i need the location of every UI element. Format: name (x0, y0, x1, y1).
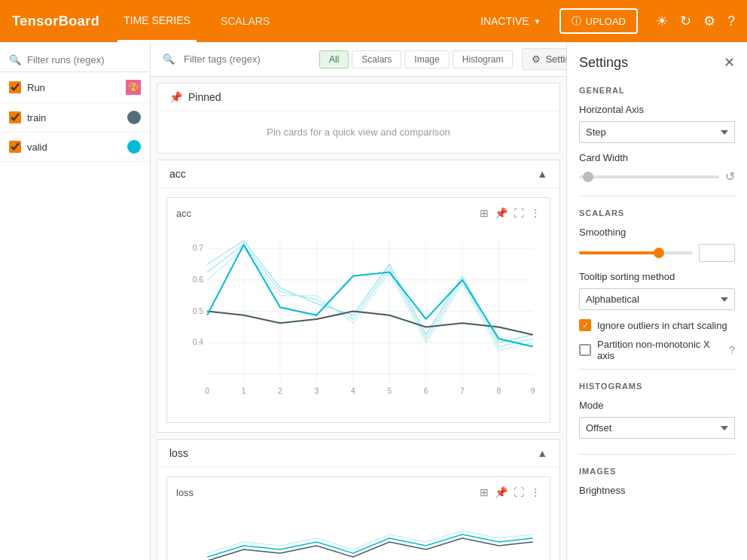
svg-text:2: 2 (278, 387, 282, 395)
svg-text:0.7: 0.7 (193, 244, 204, 252)
smoothing-value-input[interactable]: 0,6 (699, 244, 735, 262)
main-layout: 🔍 Run 🎨 train valid 🔍 All (0, 42, 747, 560)
pin-chart-icon[interactable]: 📌 (495, 207, 508, 219)
acc-chart-title: acc (176, 208, 191, 219)
card-width-label: Card Width (579, 152, 735, 163)
general-section-label: GENERAL (579, 86, 735, 95)
loss-section-header: loss ▲ (157, 440, 559, 467)
loss-collapse-icon[interactable]: ▲ (537, 447, 547, 459)
partition-label: Partition non-monotonic X axis (597, 339, 720, 361)
nav-scalars[interactable]: SCALARS (215, 2, 276, 41)
images-section-label: IMAGES (579, 467, 735, 476)
run-label-valid: valid (27, 142, 121, 153)
settings-button[interactable]: ⚙ Settings (522, 48, 566, 70)
ignore-outliers-label: Ignore outliers in chart scaling (597, 320, 727, 331)
tag-btn-histogram[interactable]: Histogram (453, 50, 514, 68)
nav-time-series[interactable]: TIME SERIES (117, 1, 197, 42)
ignore-outliers-row: Ignore outliers in chart scaling (579, 319, 735, 331)
gear-icon[interactable]: ⚙ (703, 13, 715, 29)
mode-label: Mode (579, 400, 735, 411)
svg-text:0.6: 0.6 (193, 275, 204, 284)
pinned-body: Pin cards for a quick view and compariso… (157, 111, 559, 153)
more-loss-icon[interactable]: ⋮ (530, 486, 541, 498)
loss-section: loss ▲ loss ⊞ 📌 ⛶ ⋮ (157, 439, 560, 560)
svg-text:3: 3 (315, 387, 319, 395)
upload-button[interactable]: ⓘ UPLOAD (559, 8, 638, 34)
tooltip-sort-select[interactable]: Alphabetical Ascending Descending Neares… (579, 288, 735, 310)
horizontal-axis-select[interactable]: Step Relative Wall (579, 121, 735, 143)
svg-text:0.5: 0.5 (193, 307, 204, 315)
acc-section-title: acc (169, 168, 186, 180)
sidebar-filter-input[interactable] (27, 54, 141, 65)
upload-icon: ⓘ (572, 14, 581, 28)
brightness-icon[interactable]: ☀ (656, 13, 668, 29)
loss-chart-header: loss ⊞ 📌 ⛶ ⋮ (176, 486, 541, 498)
scalars-section-label: SCALARS (579, 208, 735, 218)
partition-row: Partition non-monotonic X axis ? (579, 339, 735, 361)
svg-text:6: 6 (424, 387, 428, 395)
acc-chart: 0.7 0.6 0.5 0.4 0 1 2 3 4 5 6 7 8 (176, 225, 541, 413)
settings-panel-title: Settings (579, 55, 628, 71)
inactive-dropdown[interactable]: INACTIVE ▼ (480, 15, 541, 27)
acc-section-header: acc ▲ (157, 160, 559, 188)
card-width-thumb[interactable] (583, 172, 593, 182)
svg-text:0: 0 (205, 387, 209, 395)
tag-btn-image[interactable]: Image (404, 50, 449, 68)
fullscreen-loss-icon[interactable]: ⛶ (514, 486, 524, 498)
expand-chart-icon[interactable]: ⊞ (480, 207, 489, 219)
pin-loss-icon[interactable]: 📌 (495, 486, 508, 498)
fullscreen-chart-icon[interactable]: ⛶ (514, 207, 524, 219)
horizontal-axis-label: Horizontal Axis (579, 104, 735, 115)
tag-btn-all[interactable]: All (319, 50, 349, 68)
settings-gear-icon: ⚙ (532, 53, 541, 65)
svg-text:4: 4 (351, 387, 355, 395)
help-icon[interactable]: ? (727, 14, 735, 29)
card-width-reset-icon[interactable]: ↺ (725, 169, 735, 184)
run-color-train (127, 111, 141, 124)
loss-chart-title: loss (176, 487, 194, 498)
loss-chart (176, 504, 541, 560)
loss-section-title: loss (169, 447, 188, 459)
acc-chart-card: acc ⊞ 📌 ⛶ ⋮ (166, 197, 550, 423)
histograms-section-label: HISTOGRAMS (579, 382, 735, 391)
smoothing-thumb[interactable] (654, 248, 664, 258)
acc-collapse-icon[interactable]: ▲ (537, 168, 547, 180)
ignore-outliers-checkbox[interactable] (579, 319, 591, 331)
pinned-section: 📌 Pinned Pin cards for a quick view and … (157, 83, 560, 154)
expand-loss-icon[interactable]: ⊞ (480, 486, 489, 498)
run-checkbox-train[interactable] (9, 111, 21, 123)
svg-text:9: 9 (531, 387, 535, 395)
tag-btn-scalars[interactable]: Scalars (352, 50, 401, 68)
acc-chart-header: acc ⊞ 📌 ⛶ ⋮ (176, 207, 541, 219)
logo: TensorBoard (12, 14, 99, 29)
sidebar-filter-row: 🔍 (0, 48, 150, 72)
svg-text:1: 1 (242, 387, 246, 395)
close-settings-button[interactable]: ✕ (724, 54, 735, 71)
partition-checkbox[interactable] (579, 344, 591, 356)
search-icon: 🔍 (9, 54, 21, 65)
filter-search-icon: 🔍 (163, 53, 175, 65)
run-color-valid (127, 140, 141, 154)
tag-filter-input[interactable] (184, 53, 310, 65)
run-color-run: 🎨 (126, 80, 141, 95)
header: TensorBoard TIME SERIES SCALARS INACTIVE… (0, 0, 747, 42)
acc-section: acc ▲ acc ⊞ 📌 ⛶ ⋮ (157, 160, 560, 433)
partition-help-icon[interactable]: ? (729, 344, 735, 356)
more-chart-icon[interactable]: ⋮ (530, 207, 541, 219)
run-checkbox-run[interactable] (9, 81, 21, 93)
card-width-slider-row: ↺ (579, 169, 735, 184)
smoothing-row: 0,6 (579, 244, 735, 262)
sidebar: 🔍 Run 🎨 train valid (0, 42, 151, 560)
smoothing-fill (579, 251, 659, 254)
run-item-run: Run 🎨 (0, 72, 150, 103)
header-icons: ☀ ↻ ⚙ ? (656, 13, 735, 29)
content-area: 🔍 All Scalars Image Histogram ⚙ Settings… (151, 42, 566, 560)
svg-text:7: 7 (460, 387, 465, 395)
run-item-valid: valid (0, 132, 150, 162)
dropdown-arrow-icon: ▼ (534, 17, 541, 26)
run-checkbox-valid[interactable] (9, 141, 21, 153)
refresh-icon[interactable]: ↻ (680, 13, 691, 29)
acc-chart-icons: ⊞ 📌 ⛶ ⋮ (480, 207, 541, 219)
histograms-divider (579, 369, 735, 370)
mode-select[interactable]: Offset Overlay (579, 417, 735, 439)
